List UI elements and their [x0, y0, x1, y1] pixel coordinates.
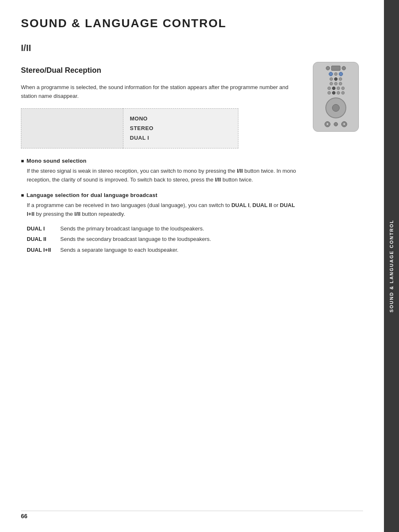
page-title: SOUND & LANGUAGE CONTROL	[21, 17, 363, 30]
language-body: If a programme can be received in two la…	[21, 201, 297, 219]
remote-btn	[337, 87, 340, 90]
bullet-icon-mono: ■	[21, 158, 24, 164]
remote-btn	[342, 66, 346, 70]
remote-row-3	[330, 77, 342, 81]
remote-btn	[326, 66, 330, 70]
display-box-left	[21, 108, 123, 148]
remote-plus-btn: +	[325, 121, 330, 127]
remote-btn	[327, 87, 331, 90]
remote-btn	[332, 91, 335, 95]
mono-title: ■ Mono sound selection	[21, 158, 297, 164]
remote-nav-ring	[325, 97, 346, 118]
page-wrapper: SOUND & LANGUAGE CONTROL I/II Stereo/Dua…	[0, 0, 399, 532]
remote-mid-btn	[334, 122, 338, 126]
bullet-icon-language: ■	[21, 192, 24, 198]
dual-label-2: DUAL II	[27, 235, 60, 244]
remote-body: + +	[313, 62, 359, 132]
display-option-mono: MONO	[130, 114, 232, 123]
remote-btn	[341, 91, 345, 95]
display-option-dual: DUAL I	[130, 133, 232, 143]
remote-btn	[339, 82, 342, 85]
page-number: 66	[21, 513, 28, 519]
remote-btn	[334, 77, 338, 81]
dual-table: DUAL I Sends the primary broadcast langu…	[21, 225, 297, 255]
table-row: DUAL II Sends the secondary broadcast la…	[27, 235, 297, 244]
remote-btn	[341, 87, 345, 90]
remote-btn	[334, 72, 338, 76]
remote-btn	[327, 91, 331, 95]
mono-section: ■ Mono sound selection If the stereo sig…	[21, 158, 297, 184]
language-title: ■ Language selection for dual language b…	[21, 192, 297, 198]
sidebar-label: SOUND & LANGUAGE CONTROL	[389, 220, 394, 312]
remote-btn	[329, 72, 333, 76]
section-subtitle: I/II	[21, 43, 363, 54]
table-row: DUAL I+II Sends a separate language to e…	[27, 246, 297, 255]
remote-btn	[334, 82, 338, 85]
remote-top-row	[326, 66, 346, 71]
remote-btn	[339, 72, 343, 76]
section-heading: Stereo/Dual Reception	[21, 66, 363, 75]
table-row: DUAL I Sends the primary broadcast langu…	[27, 225, 297, 233]
main-content: SOUND & LANGUAGE CONTROL I/II Stereo/Dua…	[0, 0, 384, 532]
display-option-stereo: STEREO	[130, 123, 232, 133]
remote-control-illustration: + +	[313, 62, 363, 132]
remote-row-2	[329, 72, 343, 76]
remote-btn	[337, 91, 340, 95]
mono-title-text: Mono sound selection	[27, 158, 87, 164]
mono-body: If the stereo signal is weak in stereo r…	[21, 166, 297, 184]
dual-label-3: DUAL I+II	[27, 246, 60, 255]
remote-btn	[330, 77, 333, 81]
remote-row-4	[330, 82, 342, 85]
dual-desc-3: Sends a separate language to each loudsp…	[60, 246, 179, 255]
remote-volume-row: + +	[325, 121, 347, 127]
page-divider	[21, 511, 363, 511]
remote-row-6	[327, 91, 345, 95]
remote-row-5	[327, 87, 345, 90]
sidebar: SOUND & LANGUAGE CONTROL	[384, 0, 399, 532]
display-box-right: MONO STEREO DUAL I	[123, 108, 239, 148]
remote-btn	[332, 87, 335, 90]
dual-desc-2: Sends the secondary broadcast language t…	[60, 235, 211, 244]
remote-btn	[330, 82, 333, 85]
dual-label-1: DUAL I	[27, 225, 60, 233]
remote-btn	[339, 77, 342, 81]
remote-center-btn	[332, 104, 340, 112]
language-title-text: Language selection for dual language bro…	[27, 192, 158, 198]
remote-btn-rect	[331, 66, 340, 71]
dual-desc-1: Sends the primary broadcast language to …	[60, 225, 204, 233]
remote-plus-btn-2: +	[341, 121, 347, 127]
language-section: ■ Language selection for dual language b…	[21, 192, 297, 255]
section-description: When a programme is selected, the sound …	[21, 83, 289, 101]
display-box-container: MONO STEREO DUAL I	[21, 108, 238, 148]
